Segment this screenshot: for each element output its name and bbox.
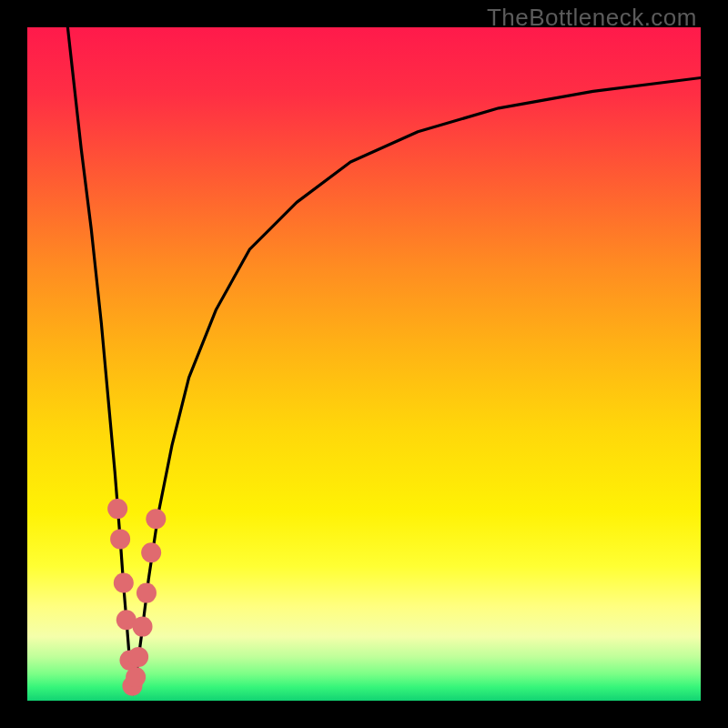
chart-svg	[27, 27, 701, 701]
highlight-dot	[141, 542, 161, 562]
gradient-background	[27, 27, 701, 701]
highlight-dot	[114, 573, 134, 593]
highlight-dot	[128, 647, 148, 667]
highlight-dot	[110, 529, 130, 549]
highlight-dot	[126, 667, 146, 687]
chart-plot-area	[27, 27, 701, 701]
watermark-text: TheBottleneck.com	[487, 4, 697, 32]
highlight-dot	[107, 499, 127, 519]
highlight-dot	[133, 617, 153, 637]
highlight-dot	[136, 583, 157, 603]
highlight-dot	[146, 509, 166, 529]
